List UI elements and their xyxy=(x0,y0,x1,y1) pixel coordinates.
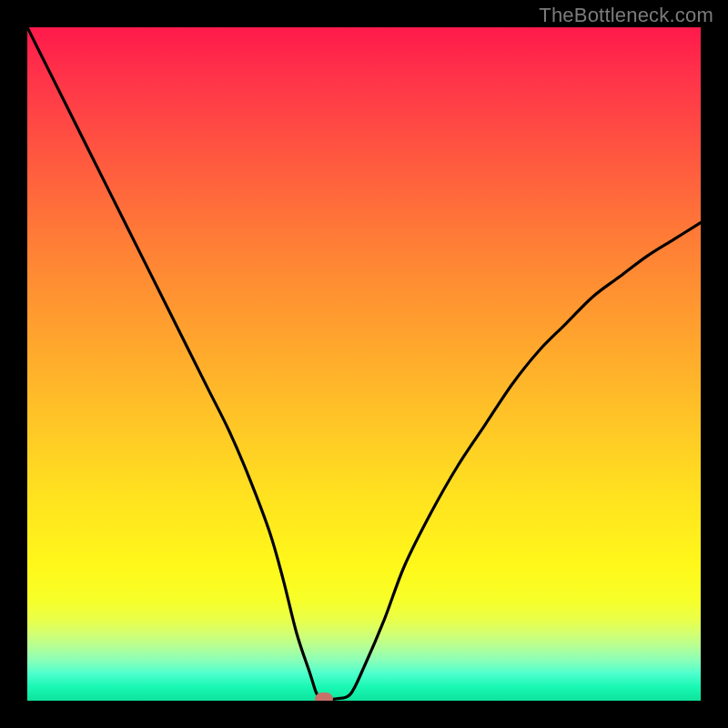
chart-frame: TheBottleneck.com xyxy=(0,0,728,728)
optimum-marker xyxy=(315,693,333,701)
bottleneck-curve xyxy=(27,27,701,701)
watermark-text: TheBottleneck.com xyxy=(539,4,713,27)
plot-area xyxy=(27,27,701,701)
